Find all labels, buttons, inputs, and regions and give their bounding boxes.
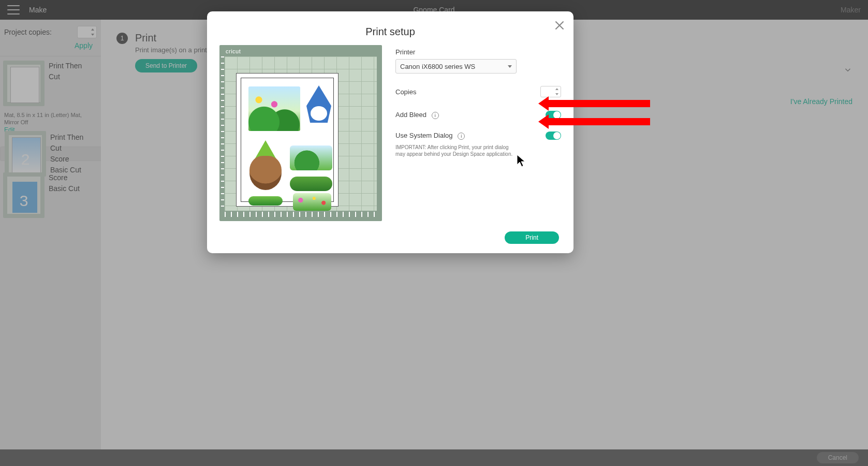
artwork-strip: [248, 196, 283, 206]
artwork-gnome-green: [248, 140, 283, 192]
annotation-arrow-1: [548, 100, 650, 107]
add-bleed-label: Add Bleed: [395, 111, 426, 119]
print-button[interactable]: Print: [505, 231, 559, 244]
dropdown-icon: [508, 65, 512, 68]
close-icon[interactable]: [553, 19, 566, 32]
artwork-gnome-blue: [306, 85, 331, 123]
mat-preview: cricut: [219, 45, 382, 221]
dialog-title: Print setup: [207, 11, 573, 45]
copies-stepper[interactable]: [540, 86, 561, 97]
system-dialog-label: Use System Dialog: [395, 132, 453, 139]
copies-label: Copies: [395, 88, 540, 96]
printer-value: Canon iX6800 series WS: [400, 63, 475, 70]
artwork-meadow: [248, 86, 300, 131]
annotation-arrow-2: [548, 118, 650, 125]
artwork-bush-2: [290, 177, 332, 191]
important-note: IMPORTANT: After clicking Print, your pr…: [395, 143, 517, 157]
printer-label: Printer: [395, 48, 415, 56]
artwork-bush-1: [290, 145, 332, 170]
info-icon[interactable]: i: [432, 112, 439, 119]
artwork-bouquet: [293, 193, 331, 211]
print-setup-dialog: Print setup cricut: [207, 11, 573, 253]
printer-select[interactable]: Canon iX6800 series WS: [395, 59, 517, 74]
cricut-brand: cricut: [226, 48, 241, 54]
info-icon[interactable]: i: [458, 133, 465, 140]
system-dialog-toggle[interactable]: [546, 132, 561, 140]
